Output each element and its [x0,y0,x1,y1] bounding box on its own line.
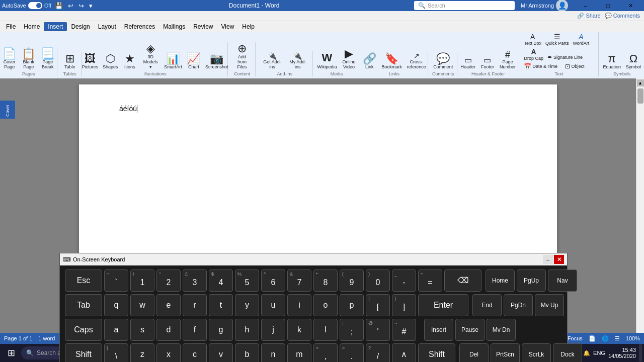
menu-insert[interactable]: Insert [44,22,67,31]
ribbon-chart[interactable]: 📈 Chart [185,52,203,70]
key-enter[interactable]: Enter [418,294,468,316]
key-end[interactable]: End [472,294,502,316]
key-esc[interactable]: Esc [65,269,102,292]
customize-quick-access[interactable]: ▾ [88,2,94,10]
osk-minimize-button[interactable]: – [543,255,553,264]
key-u[interactable]: u [261,294,285,316]
view-print-layout[interactable]: 📄 [589,335,596,342]
key-8[interactable]: *8 [313,269,338,292]
ribbon-textbox[interactable]: A Text Box [522,32,543,46]
ribbon-wordart[interactable]: A WordArt [571,32,591,46]
menu-references[interactable]: References [120,22,159,31]
ribbon-cross-reference[interactable]: ↗ Cross- reference [405,51,428,70]
key-comma[interactable]: <, [313,343,338,362]
key-shift-right[interactable]: Shift [418,343,455,362]
key-backspace[interactable]: ⌫ [444,269,481,292]
key-dock[interactable]: Dock [553,343,582,362]
key-h[interactable]: h [235,319,259,341]
notification-icon[interactable]: 🔔 [583,350,590,356]
ribbon-drop-cap[interactable]: A Drop Cap [522,47,545,61]
menu-home[interactable]: Home [20,22,44,31]
key-l[interactable]: l [313,319,338,341]
key-hash[interactable]: ~# [392,319,416,341]
key-up-arrow[interactable]: ∧ [392,343,416,362]
key-s[interactable]: s [130,319,154,341]
key-semicolon[interactable]: :; [340,319,364,341]
key-c[interactable]: c [183,343,207,362]
ribbon-pictures[interactable]: 🖼 Pictures [80,52,100,70]
menu-review[interactable]: Review [189,22,217,31]
view-web[interactable]: 🌐 [602,335,609,342]
key-pause[interactable]: Pause [455,319,485,341]
key-q[interactable]: q [104,294,128,316]
menu-help[interactable]: Help [238,22,259,31]
key-y[interactable]: y [235,294,259,316]
menu-design[interactable]: Design [67,22,94,31]
key-7[interactable]: &7 [287,269,311,292]
ribbon-equation[interactable]: π Equation [601,52,623,70]
key-5[interactable]: %5 [235,269,259,292]
ribbon-blank-page[interactable]: 📋 Blank Page [20,47,38,70]
key-g[interactable]: g [209,319,233,341]
key-mv-dn[interactable]: Mv Dn [487,319,516,341]
key-pipe[interactable]: |\ [104,343,128,362]
ribbon-quick-parts[interactable]: ☰ Quick Parts [544,32,571,46]
key-1[interactable]: !1 [130,269,154,292]
ribbon-wikipedia[interactable]: W Wikipedia [315,50,339,70]
key-k[interactable]: k [287,319,311,341]
key-nav[interactable]: Nav [548,269,577,292]
ribbon-comment[interactable]: 💬 Comment [431,52,455,70]
key-p[interactable]: p [340,294,364,316]
save-button[interactable]: 💾 [53,2,64,10]
key-open-brace[interactable]: {[ [366,294,390,316]
key-9[interactable]: (9 [340,269,364,292]
vertical-scrollbar[interactable]: ▲ [636,78,644,362]
key-j[interactable]: j [261,319,285,341]
restore-button[interactable]: □ [597,0,619,11]
undo-button[interactable]: ↩ [66,2,75,10]
ribbon-signature-line[interactable]: ✒ Signature Line [546,53,586,61]
key-b[interactable]: b [235,343,259,362]
key-del[interactable]: Del [459,343,489,362]
key-caps[interactable]: Caps [65,319,102,341]
ribbon-page-break[interactable]: 📃 Page Break [39,47,57,70]
focus-mode[interactable]: Focus [568,335,583,341]
key-n[interactable]: n [261,343,285,362]
autosave-toggle[interactable] [28,2,42,9]
ribbon-bookmark[interactable]: 🔖 Bookmark [379,52,404,70]
key-i[interactable]: i [287,294,311,316]
ribbon-icons[interactable]: ★ Icons [121,52,139,70]
key-e[interactable]: e [156,294,181,316]
ribbon-footer[interactable]: ▭ Footer [478,55,497,70]
key-mv-up[interactable]: Mv Up [535,294,564,316]
title-search[interactable]: 🔍 Search [414,1,515,10]
ribbon-page-number[interactable]: # Page Number [498,49,518,70]
scroll-thumb[interactable] [637,88,643,104]
scroll-up-arrow[interactable]: ▲ [637,79,644,86]
ribbon-shapes[interactable]: ⬡ Shapes [101,52,120,70]
close-button[interactable]: ✕ [619,0,642,11]
ribbon-symbol[interactable]: Ω Symbol [624,52,643,70]
minimize-button[interactable]: – [574,0,597,11]
ribbon-table[interactable]: ⊞ Table [61,52,79,70]
key-equals[interactable]: += [418,269,442,292]
key-backtick[interactable]: ¬` [104,269,128,292]
key-home[interactable]: Home [486,269,515,292]
key-o[interactable]: o [313,294,338,316]
osk-close-button[interactable]: ✕ [554,255,564,264]
menu-view[interactable]: View [217,22,238,31]
menu-mailings[interactable]: Mailings [159,22,189,31]
ribbon-header[interactable]: ▭ Header [458,55,477,70]
key-3[interactable]: £3 [183,269,207,292]
key-w[interactable]: w [130,294,154,316]
key-minus[interactable]: _- [392,269,416,292]
ribbon-smartart[interactable]: 📊 SmartArt [163,52,184,70]
key-pgdn[interactable]: PgDn [504,294,533,316]
share-button[interactable]: 🔗 Share [577,13,600,19]
ribbon-screenshot[interactable]: 📷 Screenshot [204,52,230,70]
key-0[interactable]: )0 [366,269,390,292]
key-a[interactable]: a [104,319,128,341]
show-desktop-button[interactable] [639,344,642,361]
key-r[interactable]: r [183,294,207,316]
ribbon-get-addins[interactable]: 🔌 Get Add-ins [260,51,285,70]
